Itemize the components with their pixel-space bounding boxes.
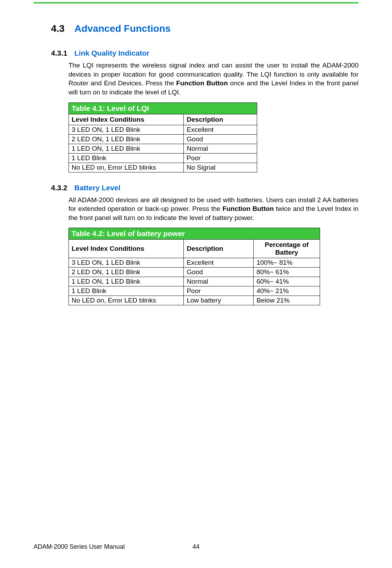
table-cell: No LED on, Error LED blinks [69,296,184,305]
table-cell: 60%~ 41% [254,277,320,286]
table-cell: 1 LED Blink [69,286,184,296]
table-row: No LED on, Error LED blinks Low battery … [69,296,320,305]
para1-bold: Function Button [176,79,228,87]
table-cell: No Signal [184,163,257,172]
section-header: 4.3 Advanced Functions [51,23,358,34]
table-cell: 2 LED ON, 1 LED Blink [69,134,184,144]
table-cell: 3 LED ON, 1 LED Blink [69,125,184,134]
subsection-title-1: Link Quality Indicator [74,49,150,57]
table-row: 1 LED Blink Poor [69,153,257,163]
table-row: No LED on, Error LED blinks No Signal [69,163,257,172]
table-row: 1 LED ON, 1 LED Blink Normal [69,144,257,153]
table-row: 2 LED ON, 1 LED Blink Good 80%~ 61% [69,268,320,277]
table-row: Table 4.1: Level of LQI [69,102,257,114]
footer-page-number: 44 [193,543,199,551]
table-title: Table 4.2: Level of battery power [69,228,320,240]
table-row: 3 LED ON, 1 LED Blink Excellent 100%~ 81… [69,258,320,268]
table-cell: 3 LED ON, 1 LED Blink [69,258,184,268]
table-row: Level Index Conditions Description [69,114,257,125]
table-cell: Below 21% [254,296,320,305]
table-header-cell: Level Index Conditions [69,240,184,258]
table-row: 3 LED ON, 1 LED Blink Excellent [69,125,257,134]
table-row: Level Index Conditions Description Perce… [69,240,320,258]
table-title: Table 4.1: Level of LQI [69,102,257,114]
table-header-cell: Description [184,240,254,258]
table-cell: 1 LED ON, 1 LED Blink [69,144,184,153]
table-header-cell: Description [184,114,257,125]
section-number: 4.3 [51,23,65,34]
table-cell: No LED on, Error LED blinks [69,163,184,172]
subsection-header-1: 4.3.1 Link Quality Indicator [51,49,358,57]
table-cell: Excellent [184,258,254,268]
subsection-title-2: Battery Level [74,184,121,192]
subsection-1-paragraph: The LQI represents the wireless signal i… [68,61,358,97]
table-cell: Good [184,268,254,277]
table-cell: Poor [184,286,254,296]
table-cell: 1 LED Blink [69,153,184,163]
table-header-cell: Percentage of Battery [254,240,320,258]
page-content: 4.3 Advanced Functions 4.3.1 Link Qualit… [0,3,392,305]
table-lqi: Table 4.1: Level of LQI Level Index Cond… [68,102,257,172]
table-row: 2 LED ON, 1 LED Blink Good [69,134,257,144]
table-cell: Normal [184,144,257,153]
table-cell: 40%~ 21% [254,286,320,296]
table-row: Table 4.2: Level of battery power [69,228,320,240]
table-row: 1 LED Blink Poor 40%~ 21% [69,286,320,296]
table-row: 1 LED ON, 1 LED Blink Normal 60%~ 41% [69,277,320,286]
para2-bold: Function Button [223,205,274,212]
subsection-header-2: 4.3.2 Battery Level [51,184,358,192]
table-cell: 80%~ 61% [254,268,320,277]
subsection-number-2: 4.3.2 [51,184,67,192]
subsection-number-1: 4.3.1 [51,49,67,57]
table-cell: Excellent [184,125,257,134]
table-cell: 2 LED ON, 1 LED Blink [69,268,184,277]
table-cell: Low battery [184,296,254,305]
footer-manual-title: ADAM-2000 Series User Manual [34,543,125,551]
subsection-2-paragraph: All ADAM-2000 devices are all designed t… [68,196,358,222]
table-cell: 100%~ 81% [254,258,320,268]
table-cell: 1 LED ON, 1 LED Blink [69,277,184,286]
section-title: Advanced Functions [74,23,170,34]
page-footer: ADAM-2000 Series User Manual 44 [34,543,358,551]
table-cell: Good [184,134,257,144]
table-battery: Table 4.2: Level of battery power Level … [68,228,320,305]
table-header-cell: Level Index Conditions [69,114,184,125]
table-cell: Poor [184,153,257,163]
table-cell: Normal [184,277,254,286]
